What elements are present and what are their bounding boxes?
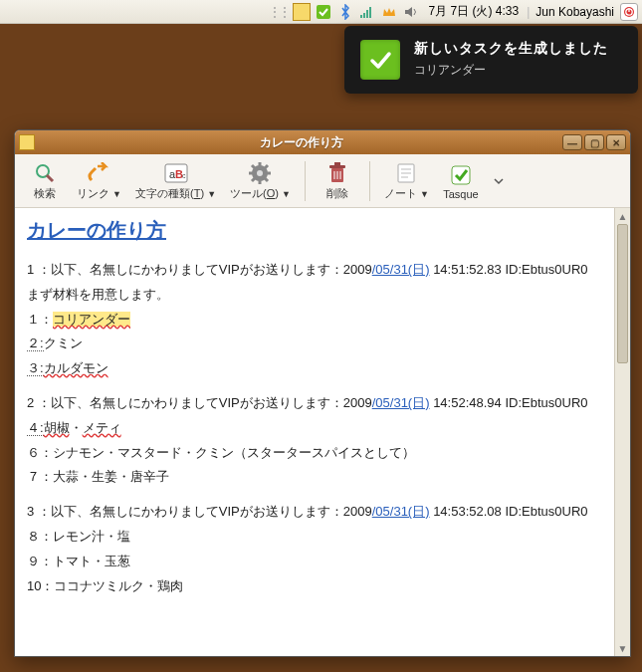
signal-icon[interactable] [358, 3, 376, 21]
list-item: ８：レモン汁・塩 [27, 527, 602, 548]
svg-line-22 [265, 165, 268, 168]
list-item: ２:クミン [27, 334, 602, 354]
svg-line-9 [47, 175, 53, 181]
svg-rect-3 [366, 10, 368, 18]
gear-icon [248, 160, 272, 186]
svg-line-21 [265, 178, 268, 181]
date-link[interactable]: /05/31(日) [372, 395, 430, 410]
grip-icon: ⋮⋮ [269, 5, 289, 19]
tasque-button[interactable]: Tasque [437, 160, 485, 202]
date-link[interactable]: /05/31(日) [372, 504, 430, 519]
titlebar[interactable]: カレーの作り方 — ▢ ✕ [15, 130, 630, 154]
svg-rect-4 [369, 7, 371, 18]
notification: 新しいタスクを生成しました コリアンダー [344, 26, 638, 94]
overflow-button[interactable] [487, 166, 511, 196]
list-item: ６：シナモン・マスタード・クミン（スタータースパイスとして） [27, 443, 602, 464]
user-name[interactable]: Jun Kobayashi [535, 5, 614, 19]
list-item: 10：ココナツミルク・鶏肉 [27, 576, 602, 597]
svg-line-23 [252, 178, 255, 181]
note-window: カレーの作り方 — ▢ ✕ 検索 リンク ▼ aBc 文字の種類(T) ▼ [14, 129, 631, 657]
note-icon[interactable] [293, 3, 311, 21]
app-icon [19, 134, 35, 150]
list-item: １：コリアンダー [27, 310, 602, 331]
note-heading: カレーの作り方 [27, 214, 602, 246]
toolbar-separator [305, 161, 306, 201]
date-link[interactable]: /05/31(日) [372, 262, 430, 277]
link-icon [86, 160, 111, 186]
search-icon [33, 160, 57, 186]
scroll-up-icon[interactable]: ▲ [615, 208, 630, 224]
list-item: ４:胡椒・メティ [27, 418, 602, 439]
bluetooth-icon[interactable] [336, 3, 354, 21]
note-body[interactable]: カレーの作り方 1 ：以下、名無しにかわりましてVIPがお送りします：2009/… [15, 208, 614, 656]
post-block: 2 ：以下、名無しにかわりましてVIPがお送りします：2009/05/31(日)… [27, 393, 602, 488]
tray: ⋮⋮ [269, 3, 420, 21]
svg-point-15 [257, 170, 263, 176]
delete-button[interactable]: 削除 [314, 158, 361, 203]
svg-rect-0 [317, 5, 330, 19]
toolbar-separator [369, 161, 370, 201]
tasque-icon [450, 162, 472, 188]
list-item: ９：トマト・玉葱 [27, 552, 602, 572]
close-button[interactable]: ✕ [606, 134, 626, 150]
list-item: ７：大蒜・生姜・唐辛子 [27, 467, 602, 488]
separator: | [527, 5, 530, 19]
notification-body: コリアンダー [414, 62, 608, 79]
notification-text: 新しいタスクを生成しました コリアンダー [414, 40, 608, 79]
post-block: 1 ：以下、名無しにかわりましてVIPがお送りします：2009/05/31(日)… [27, 260, 602, 379]
chevron-down-icon [493, 168, 505, 194]
check-icon [360, 40, 400, 80]
content-area: カレーの作り方 1 ：以下、名無しにかわりましてVIPがお送りします：2009/… [15, 208, 630, 656]
link-button[interactable]: リンク ▼ [71, 158, 127, 203]
text-icon: aBc [163, 160, 189, 186]
scroll-down-icon[interactable]: ▼ [615, 640, 630, 656]
svg-rect-1 [360, 15, 362, 18]
window-title: カレーの作り方 [41, 134, 562, 151]
svg-rect-2 [363, 13, 365, 18]
svg-rect-25 [329, 165, 345, 168]
minimize-button[interactable]: — [562, 134, 582, 150]
notification-title: 新しいタスクを生成しました [414, 40, 608, 58]
note-icon [395, 160, 417, 186]
scroll-thumb[interactable] [617, 224, 628, 363]
shutdown-icon[interactable] [620, 3, 638, 21]
scrollbar[interactable]: ▲ ▼ [614, 208, 630, 656]
post-header: 2 ：以下、名無しにかわりましてVIPがお送りします：2009/05/31(日)… [27, 393, 602, 414]
tools-button[interactable]: ツール(O) ▼ [224, 158, 297, 203]
post-block: 3 ：以下、名無しにかわりましてVIPがお送りします：2009/05/31(日)… [27, 502, 602, 596]
list-item: ３:カルダモン [27, 358, 602, 379]
svg-rect-34 [452, 166, 470, 184]
post-header: 1 ：以下、名無しにかわりましてVIPがお送りします：2009/05/31(日)… [27, 260, 602, 281]
volume-icon[interactable] [402, 3, 420, 21]
window-buttons: — ▢ ✕ [562, 134, 626, 150]
toolbar: 検索 リンク ▼ aBc 文字の種類(T) ▼ ツール(O) ▼ [15, 154, 630, 208]
top-panel: ⋮⋮ 7月 7日 (火) 4:33 | Jun Kobayashi [0, 0, 642, 24]
svg-text:c: c [182, 172, 186, 179]
svg-line-20 [252, 165, 255, 168]
post-header: 3 ：以下、名無しにかわりましてVIPがお送りします：2009/05/31(日)… [27, 502, 602, 523]
note-button[interactable]: ノート ▼ [378, 158, 435, 203]
svg-rect-26 [334, 162, 340, 165]
task-check-icon[interactable] [315, 3, 332, 21]
crown-icon[interactable] [380, 3, 398, 21]
search-button[interactable]: 検索 [21, 158, 69, 203]
maximize-button[interactable]: ▢ [584, 134, 604, 150]
text-line: まず材料を用意します。 [27, 285, 602, 306]
trash-icon [326, 160, 348, 186]
text-style-button[interactable]: aBc 文字の種類(T) ▼ [129, 158, 222, 203]
clock[interactable]: 7月 7日 (火) 4:33 [428, 3, 519, 20]
